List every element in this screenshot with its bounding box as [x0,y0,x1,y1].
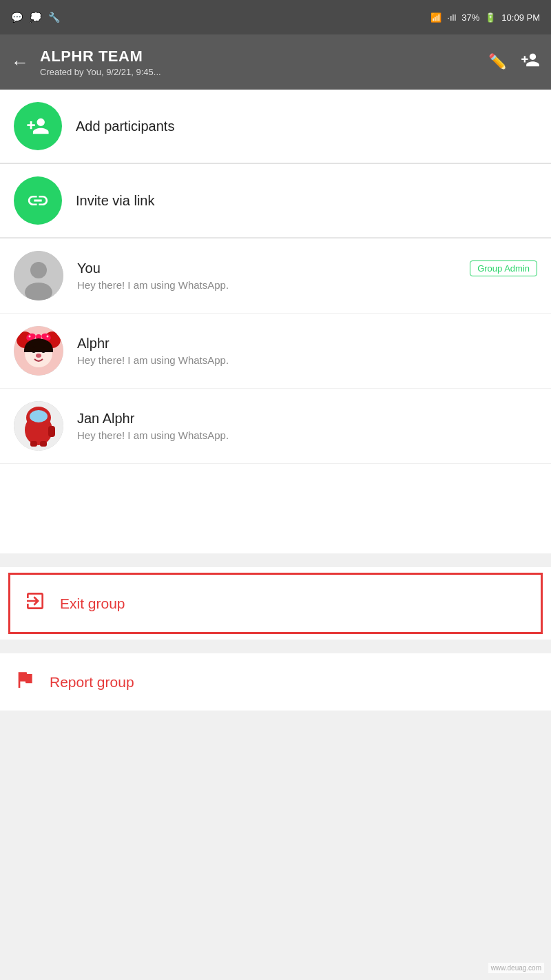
member-info-jan-alphr: Jan Alphr Hey there! I am using WhatsApp… [77,411,537,441]
svg-point-10 [36,354,41,358]
svg-point-15 [47,336,49,338]
section-spacer-1 [0,553,551,567]
avatar-you [14,251,63,300]
svg-point-14 [29,336,31,338]
content-area: Add participants Invite via link You Gro… [0,90,551,553]
invite-via-link-item[interactable]: Invite via link [0,164,551,238]
signal-strength: ·ıll [447,12,456,23]
member-info-you: You Group Admin Hey there! I am using Wh… [77,261,537,291]
member-status-you: Hey there! I am using WhatsApp. [77,279,537,291]
messenger-icon: 💭 [30,12,41,23]
member-status-jan-alphr: Hey there! I am using WhatsApp. [77,429,537,441]
invite-via-link-label: Invite via link [76,193,155,209]
status-bar-right: 📶 ·ıll 37% 🔋 10:09 PM [430,12,540,23]
edit-button[interactable]: ✏️ [488,53,507,71]
battery-icon: 🔋 [485,12,496,23]
back-button[interactable]: ← [11,52,29,73]
add-participants-item[interactable]: Add participants [0,90,551,163]
status-bar-left: 💬 💭 🔧 [11,12,60,23]
settings-icon: 🔧 [48,12,60,23]
exit-group-label: Exit group [60,595,125,612]
empty-space [0,464,551,553]
member-name-row-alphr: Alphr [77,336,537,351]
exit-group-item[interactable]: Exit group [8,573,543,634]
member-name-you: You [77,261,101,276]
wifi-icon: 📶 [430,12,441,23]
report-group-label: Report group [50,674,134,691]
svg-point-19 [30,410,48,422]
header-actions: ✏️ [488,50,540,74]
report-icon [14,668,36,695]
add-participants-label: Add participants [76,119,174,134]
battery-level: 37% [461,12,479,23]
member-name-jan-alphr: Jan Alphr [77,411,134,427]
avatar-jan-alphr [14,401,63,451]
report-group-item[interactable]: Report group [0,653,551,711]
svg-rect-21 [30,441,37,447]
group-admin-badge: Group Admin [470,261,537,276]
svg-rect-22 [40,441,47,447]
exit-group-wrapper: Exit group [0,567,551,640]
invite-link-icon [14,176,62,225]
svg-rect-20 [48,426,55,437]
member-item-you[interactable]: You Group Admin Hey there! I am using Wh… [0,238,551,314]
member-item-alphr[interactable]: Alphr Hey there! I am using WhatsApp. [0,314,551,389]
chat-icon: 💬 [11,12,23,23]
header: ← ALPHR TEAM Created by You, 9/2/21, 9:4… [0,34,551,90]
section-spacer-2 [0,640,551,653]
header-info: ALPHR TEAM Created by You, 9/2/21, 9:45.… [40,48,477,77]
group-name: ALPHR TEAM [40,48,477,65]
member-name-row-jan-alphr: Jan Alphr [77,411,537,427]
avatar-alphr [14,326,63,376]
time-display: 10:09 PM [501,12,540,23]
member-name-row-you: You Group Admin [77,261,537,276]
watermark: www.deuag.com [488,963,544,973]
exit-icon [24,590,46,617]
member-status-alphr: Hey there! I am using WhatsApp. [77,354,537,366]
svg-point-1 [30,262,47,278]
member-info-alphr: Alphr Hey there! I am using WhatsApp. [77,336,537,366]
bottom-area [0,711,551,766]
member-item-jan-alphr[interactable]: Jan Alphr Hey there! I am using WhatsApp… [0,389,551,464]
add-participants-icon [14,102,62,150]
group-subtitle: Created by You, 9/2/21, 9:45... [40,67,477,77]
member-name-alphr: Alphr [77,336,110,351]
add-person-button[interactable] [521,50,540,74]
status-bar: 💬 💭 🔧 📶 ·ıll 37% 🔋 10:09 PM [0,0,551,34]
